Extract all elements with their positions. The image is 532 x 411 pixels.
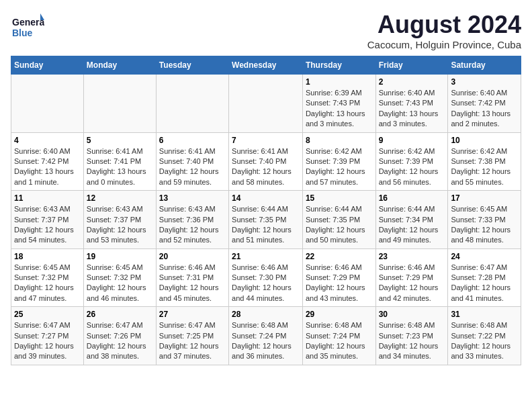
day-info: Sunrise: 6:47 AM Sunset: 7:26 PM Dayligh…: [87, 320, 153, 362]
cell-w3-d4: 15Sunrise: 6:44 AM Sunset: 7:35 PM Dayli…: [302, 191, 375, 249]
day-info: Sunrise: 6:44 AM Sunset: 7:35 PM Dayligh…: [232, 204, 300, 246]
day-info: Sunrise: 6:48 AM Sunset: 7:24 PM Dayligh…: [232, 320, 300, 362]
cell-w2-d5: 9Sunrise: 6:42 AM Sunset: 7:39 PM Daylig…: [375, 132, 448, 191]
day-number: 5: [87, 136, 153, 145]
cell-w5-d4: 29Sunrise: 6:48 AM Sunset: 7:24 PM Dayli…: [302, 307, 375, 365]
day-info: Sunrise: 6:40 AM Sunset: 7:43 PM Dayligh…: [379, 88, 445, 130]
day-info: Sunrise: 6:47 AM Sunset: 7:27 PM Dayligh…: [14, 320, 81, 362]
header-sunday: Sunday: [11, 56, 84, 75]
cell-w3-d1: 12Sunrise: 6:43 AM Sunset: 7:37 PM Dayli…: [83, 191, 156, 249]
day-number: 15: [306, 193, 373, 203]
title-area: August 2024 Cacocum, Holguin Province, C…: [367, 11, 521, 50]
cell-w5-d3: 28Sunrise: 6:48 AM Sunset: 7:24 PM Dayli…: [229, 307, 303, 365]
day-info: Sunrise: 6:43 AM Sunset: 7:36 PM Dayligh…: [159, 204, 226, 246]
day-number: 2: [379, 77, 445, 87]
week-row-3: 11Sunrise: 6:43 AM Sunset: 7:37 PM Dayli…: [11, 191, 521, 249]
calendar-table: SundayMondayTuesdayWednesdayThursdayFrid…: [11, 56, 521, 365]
header: General Blue August 2024 Cacocum, Holgui…: [11, 11, 521, 50]
day-number: 14: [232, 193, 300, 203]
day-info: Sunrise: 6:46 AM Sunset: 7:29 PM Dayligh…: [379, 263, 445, 304]
cell-w2-d0: 4Sunrise: 6:40 AM Sunset: 7:42 PM Daylig…: [11, 132, 84, 191]
day-number: 12: [87, 193, 153, 203]
cell-w1-d1: [83, 75, 156, 133]
day-info: Sunrise: 6:41 AM Sunset: 7:40 PM Dayligh…: [232, 146, 300, 188]
day-info: Sunrise: 6:45 AM Sunset: 7:32 PM Dayligh…: [14, 263, 81, 304]
days-header-row: SundayMondayTuesdayWednesdayThursdayFrid…: [11, 56, 521, 75]
day-number: 8: [306, 136, 373, 145]
logo-svg: General Blue: [11, 11, 44, 44]
day-number: 3: [451, 77, 518, 87]
header-wednesday: Wednesday: [229, 56, 303, 75]
svg-text:General: General: [12, 17, 44, 28]
cell-w2-d1: 5Sunrise: 6:41 AM Sunset: 7:41 PM Daylig…: [83, 132, 156, 191]
day-info: Sunrise: 6:42 AM Sunset: 7:38 PM Dayligh…: [451, 146, 518, 188]
cell-w3-d2: 13Sunrise: 6:43 AM Sunset: 7:36 PM Dayli…: [156, 191, 228, 249]
cell-w5-d2: 27Sunrise: 6:47 AM Sunset: 7:25 PM Dayli…: [156, 307, 228, 365]
day-info: Sunrise: 6:44 AM Sunset: 7:35 PM Dayligh…: [306, 204, 373, 246]
cell-w5-d6: 31Sunrise: 6:48 AM Sunset: 7:22 PM Dayli…: [448, 307, 521, 365]
header-tuesday: Tuesday: [156, 56, 228, 75]
day-number: 28: [232, 310, 300, 319]
day-number: 21: [232, 252, 300, 261]
cell-w5-d0: 25Sunrise: 6:47 AM Sunset: 7:27 PM Dayli…: [11, 307, 84, 365]
cell-w3-d0: 11Sunrise: 6:43 AM Sunset: 7:37 PM Dayli…: [11, 191, 84, 249]
day-info: Sunrise: 6:48 AM Sunset: 7:24 PM Dayligh…: [306, 320, 373, 362]
day-number: 20: [159, 252, 226, 261]
cell-w2-d3: 7Sunrise: 6:41 AM Sunset: 7:40 PM Daylig…: [229, 132, 303, 191]
day-number: 30: [379, 310, 445, 319]
cell-w1-d2: [156, 75, 228, 133]
cell-w1-d6: 3Sunrise: 6:40 AM Sunset: 7:42 PM Daylig…: [448, 75, 521, 133]
day-info: Sunrise: 6:47 AM Sunset: 7:25 PM Dayligh…: [159, 320, 226, 362]
day-info: Sunrise: 6:46 AM Sunset: 7:29 PM Dayligh…: [306, 263, 373, 304]
week-row-4: 18Sunrise: 6:45 AM Sunset: 7:32 PM Dayli…: [11, 248, 521, 307]
cell-w2-d6: 10Sunrise: 6:42 AM Sunset: 7:38 PM Dayli…: [448, 132, 521, 191]
day-info: Sunrise: 6:41 AM Sunset: 7:40 PM Dayligh…: [159, 146, 226, 188]
day-info: Sunrise: 6:47 AM Sunset: 7:28 PM Dayligh…: [451, 263, 518, 304]
day-info: Sunrise: 6:40 AM Sunset: 7:42 PM Dayligh…: [14, 146, 81, 188]
day-info: Sunrise: 6:44 AM Sunset: 7:34 PM Dayligh…: [379, 204, 445, 246]
cell-w4-d4: 22Sunrise: 6:46 AM Sunset: 7:29 PM Dayli…: [302, 248, 375, 307]
cell-w4-d6: 24Sunrise: 6:47 AM Sunset: 7:28 PM Dayli…: [448, 248, 521, 307]
cell-w3-d6: 17Sunrise: 6:45 AM Sunset: 7:33 PM Dayli…: [448, 191, 521, 249]
day-number: 9: [379, 136, 445, 145]
cell-w3-d5: 16Sunrise: 6:44 AM Sunset: 7:34 PM Dayli…: [375, 191, 448, 249]
cell-w4-d5: 23Sunrise: 6:46 AM Sunset: 7:29 PM Dayli…: [375, 248, 448, 307]
day-info: Sunrise: 6:42 AM Sunset: 7:39 PM Dayligh…: [306, 146, 373, 188]
day-number: 6: [159, 136, 226, 145]
cell-w1-d4: 1Sunrise: 6:39 AM Sunset: 7:43 PM Daylig…: [302, 75, 375, 133]
day-number: 1: [306, 77, 373, 87]
day-number: 23: [379, 252, 445, 261]
day-info: Sunrise: 6:43 AM Sunset: 7:37 PM Dayligh…: [87, 204, 153, 246]
cell-w4-d0: 18Sunrise: 6:45 AM Sunset: 7:32 PM Dayli…: [11, 248, 84, 307]
day-info: Sunrise: 6:46 AM Sunset: 7:30 PM Dayligh…: [232, 263, 300, 304]
day-info: Sunrise: 6:48 AM Sunset: 7:23 PM Dayligh…: [379, 320, 445, 362]
day-info: Sunrise: 6:45 AM Sunset: 7:32 PM Dayligh…: [87, 263, 153, 304]
cell-w2-d4: 8Sunrise: 6:42 AM Sunset: 7:39 PM Daylig…: [302, 132, 375, 191]
cell-w4-d1: 19Sunrise: 6:45 AM Sunset: 7:32 PM Dayli…: [83, 248, 156, 307]
cell-w2-d2: 6Sunrise: 6:41 AM Sunset: 7:40 PM Daylig…: [156, 132, 228, 191]
cell-w1-d0: [11, 75, 84, 133]
subtitle: Cacocum, Holguin Province, Cuba: [367, 39, 521, 50]
day-number: 16: [379, 193, 445, 203]
cell-w5-d1: 26Sunrise: 6:47 AM Sunset: 7:26 PM Dayli…: [83, 307, 156, 365]
logo: General Blue: [11, 11, 44, 44]
header-monday: Monday: [83, 56, 156, 75]
day-number: 22: [306, 252, 373, 261]
cell-w4-d3: 21Sunrise: 6:46 AM Sunset: 7:30 PM Dayli…: [229, 248, 303, 307]
day-number: 18: [14, 252, 81, 261]
day-info: Sunrise: 6:42 AM Sunset: 7:39 PM Dayligh…: [379, 146, 445, 188]
cell-w5-d5: 30Sunrise: 6:48 AM Sunset: 7:23 PM Dayli…: [375, 307, 448, 365]
day-number: 29: [306, 310, 373, 319]
day-number: 24: [451, 252, 518, 261]
day-number: 27: [159, 310, 226, 319]
cell-w1-d3: [229, 75, 303, 133]
svg-text:Blue: Blue: [12, 28, 33, 38]
day-number: 4: [14, 136, 81, 145]
day-number: 31: [451, 310, 518, 319]
week-row-2: 4Sunrise: 6:40 AM Sunset: 7:42 PM Daylig…: [11, 132, 521, 191]
cell-w4-d2: 20Sunrise: 6:46 AM Sunset: 7:31 PM Dayli…: [156, 248, 228, 307]
day-info: Sunrise: 6:41 AM Sunset: 7:41 PM Dayligh…: [87, 146, 153, 188]
cell-w3-d3: 14Sunrise: 6:44 AM Sunset: 7:35 PM Dayli…: [229, 191, 303, 249]
day-number: 7: [232, 136, 300, 145]
day-number: 19: [87, 252, 153, 261]
